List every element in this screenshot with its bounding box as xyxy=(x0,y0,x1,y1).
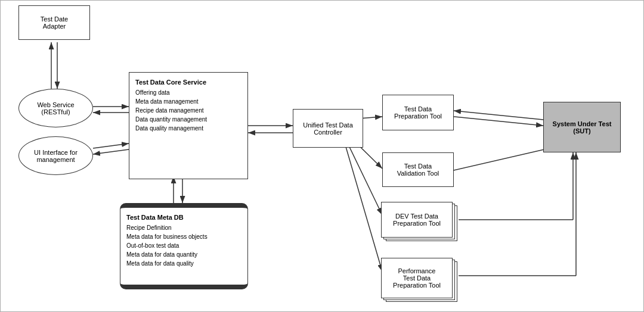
svg-line-15 xyxy=(343,139,382,272)
arrows-svg xyxy=(1,1,644,312)
test-data-core-service-box: Test Data Core Service Offering data Met… xyxy=(129,72,248,179)
svg-line-16 xyxy=(454,117,543,126)
core-service-list: Offering data Meta data management Recip… xyxy=(135,88,207,133)
diagram-container: Test Date Adapter Web Service (RESTful) … xyxy=(0,0,644,312)
dev-test-data-prep-tool-label: DEV Test DataPreparation Tool xyxy=(393,213,441,227)
test-data-prep-tool-label: Test DataPreparation Tool xyxy=(394,105,442,120)
perf-test-data-prep-tool-label: PerformanceTest DataPreparation Tool xyxy=(393,267,441,289)
core-service-title: Test Data Core Service xyxy=(135,79,206,86)
svg-line-17 xyxy=(454,111,543,120)
dev-test-data-prep-wrapper: DEV Test DataPreparation Tool xyxy=(381,202,453,238)
web-service-label: Web Service (RESTful) xyxy=(37,101,74,116)
test-date-adapter-box: Test Date Adapter xyxy=(18,5,90,40)
svg-line-6 xyxy=(93,143,129,148)
web-service-ellipse: Web Service (RESTful) xyxy=(18,89,93,127)
test-data-validation-tool-label: Test DataValidation Tool xyxy=(397,163,439,177)
meta-db-title: Test Data Meta DB xyxy=(126,214,184,221)
sut-box: System Under Test(SUT) xyxy=(543,102,621,152)
test-data-meta-db-box: Test Data Meta DB Recipe Definition Meta… xyxy=(120,203,248,289)
test-date-adapter-label: Test Date Adapter xyxy=(41,15,68,30)
perf-test-data-prep-tool-box: PerformanceTest DataPreparation Tool xyxy=(381,258,453,298)
unified-controller-box: Unified Test DataController xyxy=(293,109,363,148)
ui-interface-ellipse: UI Interface for management xyxy=(18,136,93,175)
svg-line-7 xyxy=(93,149,129,154)
sut-label: System Under Test(SUT) xyxy=(553,120,612,135)
unified-controller-label: Unified Test DataController xyxy=(303,121,353,136)
dev-test-data-prep-tool-box: DEV Test DataPreparation Tool xyxy=(381,202,453,238)
meta-db-list: Recipe Definition Meta data for business… xyxy=(126,223,208,268)
test-data-prep-tool-box: Test DataPreparation Tool xyxy=(382,95,454,130)
ui-interface-label: UI Interface for management xyxy=(34,149,78,163)
perf-test-data-prep-wrapper: PerformanceTest DataPreparation Tool xyxy=(381,258,453,298)
test-data-validation-tool-box: Test DataValidation Tool xyxy=(382,152,454,187)
